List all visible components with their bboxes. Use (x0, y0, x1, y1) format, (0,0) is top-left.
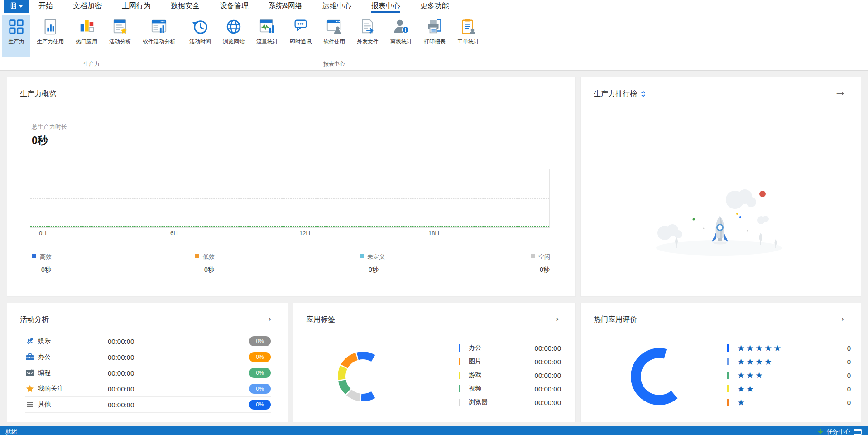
statusbar: 就绪 任务中心 (0, 426, 868, 435)
microphone-icon (25, 337, 34, 346)
overview-legend-item: 高效0秒 (32, 252, 52, 274)
menu-tab-7[interactable]: 报表中心 (371, 0, 400, 13)
rating-row: ★★0 (727, 382, 851, 396)
activity-label: 办公 (38, 353, 108, 361)
open-ranking-arrow-icon[interactable]: → (834, 86, 846, 98)
chart-x-tick: 6H (170, 230, 178, 237)
ribbon-item-user-info[interactable]: 离线统计 (385, 15, 417, 57)
ribbon-group-label: 报表中心 (183, 60, 485, 68)
ribbon-item-printer[interactable]: 打印报表 (418, 15, 451, 57)
ribbon-item-globe[interactable]: 浏览网站 (217, 15, 250, 57)
menubar: 开始文档加密上网行为数据安全设备管理系统&网络运维中心报表中心更多功能 (0, 0, 868, 13)
menu-tab-8[interactable]: 更多功能 (420, 0, 449, 13)
ribbon-group-items: 生产力生产力使用热门应用活动分析软件活动分析 (2, 15, 181, 57)
grid-icon (8, 18, 25, 35)
productivity-timeline-chart (30, 169, 550, 228)
rating-count: 0 (847, 372, 851, 379)
rating-stars: ★ (737, 398, 847, 407)
menu-tab-6[interactable]: 运维中心 (322, 0, 351, 13)
panel-title: 活动分析 (20, 315, 49, 324)
menu-tab-3[interactable]: 数据安全 (171, 0, 200, 13)
rating-stars: ★★★★★ (737, 344, 847, 353)
panel-productivity-ranking: 生产力排行榜 → (580, 77, 861, 297)
activity-row[interactable]: 编程00:00:000% (25, 365, 271, 381)
status-ready-text: 就绪 (5, 426, 17, 435)
legend-label: 低效 (203, 253, 215, 260)
legend-color-swatch (360, 254, 364, 258)
activity-label: 我的关注 (38, 385, 108, 393)
panel-app-tags: 应用标签 → 办公00:00:00图片00:00:00游戏00:00:00视频0… (293, 303, 576, 422)
ribbon-item-doc-arrow[interactable]: 外发文件 (351, 15, 384, 57)
app-tag-legend-row: 游戏00:00:00 (459, 368, 561, 382)
legend-color-bar (459, 385, 460, 392)
menu-tab-4[interactable]: 设备管理 (220, 0, 249, 13)
rating-stars: ★★★ (737, 371, 847, 380)
activity-percent-badge: 0% (249, 368, 271, 378)
ribbon-item-bars-star[interactable]: 热门应用 (70, 15, 103, 57)
panel-hot-app-ratings: 热门应用评价 → ★★★★★0★★★★0★★★0★★0★0 (580, 303, 861, 422)
app-tag-label: 视频 (469, 385, 535, 393)
legend-color-bar (727, 344, 729, 352)
ribbon-item-traffic-chart[interactable]: 流量统计 (251, 15, 283, 57)
menu-tab-1[interactable]: 文档加密 (73, 0, 102, 13)
legend-color-bar (727, 385, 729, 392)
ribbon-group-1: 活动时间浏览网站流量统计即时通讯软件使用外发文件离线统计打印报表工单统计报表中心 (183, 13, 485, 70)
legend-color-bar (459, 399, 460, 406)
activity-row[interactable]: 办公00:00:000% (25, 349, 271, 365)
ribbon-item-window-chart[interactable]: 软件活动分析 (137, 15, 181, 57)
ribbon-item-label: 软件活动分析 (143, 38, 175, 46)
clipboard-user-icon (460, 18, 477, 35)
app-tag-label: 浏览器 (469, 398, 535, 406)
ribbon-item-clipboard-user[interactable]: 工单统计 (452, 15, 484, 57)
rating-count: 0 (847, 385, 851, 393)
ribbon-item-window-user[interactable]: 软件使用 (318, 15, 350, 57)
ribbon-item-grid[interactable]: 生产力 (2, 15, 30, 57)
bars-star-icon (78, 18, 95, 35)
menu-tab-5[interactable]: 系统&网络 (269, 0, 302, 13)
chart-x-tick: 18H (428, 230, 439, 237)
open-apptags-arrow-icon[interactable]: → (549, 311, 561, 324)
menu-tab-0[interactable]: 开始 (38, 0, 53, 13)
ribbon-group-0: 生产力生产力使用热门应用活动分析软件活动分析生产力 (2, 13, 181, 70)
ribbon-item-label: 热门应用 (76, 38, 97, 46)
briefcase-icon (25, 353, 34, 362)
chat-icon (292, 18, 309, 35)
legend-color-bar (727, 358, 729, 365)
total-productivity-value: 0秒 (32, 134, 48, 148)
ribbon-item-chat[interactable]: 即时通讯 (284, 15, 317, 57)
activity-label: 编程 (38, 369, 108, 377)
activity-percent-badge: 0% (249, 336, 271, 346)
clock-history-icon (192, 18, 209, 35)
activity-row[interactable]: 我的关注00:00:000% (25, 381, 271, 397)
star-icon (25, 384, 34, 393)
code-window-icon (25, 368, 34, 377)
ribbon-item-label: 浏览网站 (223, 38, 245, 46)
activity-percent-badge: 0% (249, 352, 271, 362)
open-activity-arrow-icon[interactable]: → (261, 311, 273, 324)
menu-tab-2[interactable]: 上网行为 (122, 0, 151, 13)
download-arrow-icon (817, 429, 824, 435)
legend-color-bar (727, 372, 729, 379)
ribbon-item-label: 外发文件 (357, 38, 379, 46)
legend-color-bar (459, 372, 460, 379)
open-ratings-arrow-icon[interactable]: → (834, 311, 846, 324)
task-center-button[interactable]: 任务中心 (817, 426, 862, 435)
overview-legend-item: 空闲0秒 (531, 252, 550, 274)
ribbon-divider (182, 15, 182, 67)
legend-value: 0秒 (540, 266, 550, 274)
ribbon-item-doc-chart[interactable]: 生产力使用 (31, 15, 69, 57)
app-menu-button[interactable] (4, 0, 29, 13)
app-tag-label: 图片 (469, 358, 535, 366)
ribbon-item-clock-history[interactable]: 活动时间 (184, 15, 216, 57)
ribbon-item-label: 即时通讯 (290, 38, 312, 46)
legend-color-bar (459, 344, 460, 352)
ribbon-item-doc-star[interactable]: 活动分析 (104, 15, 136, 57)
activity-row[interactable]: 其他00:00:000% (25, 397, 271, 413)
sort-icon[interactable] (641, 91, 646, 97)
app-tag-time: 00:00:00 (535, 358, 561, 366)
app-tag-legend-row: 图片00:00:00 (459, 355, 561, 368)
ribbon: 生产力生产力使用热门应用活动分析软件活动分析生产力活动时间浏览网站流量统计即时通… (0, 13, 868, 71)
panel-title: 应用标签 (306, 315, 335, 324)
app-logo-icon (10, 2, 18, 11)
activity-row[interactable]: 娱乐00:00:000% (25, 334, 271, 349)
